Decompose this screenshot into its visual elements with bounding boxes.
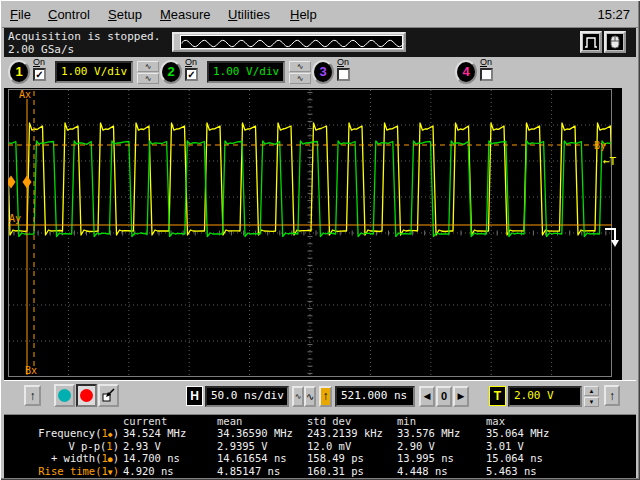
channel-3-button[interactable]: 3 xyxy=(312,60,334,84)
pluswidth-min: 13.995 ns xyxy=(397,452,486,464)
time-reference-arrow-icon xyxy=(605,229,615,240)
vpp-current: 2.93 V xyxy=(123,440,217,452)
channel-4-on-control: On xyxy=(480,57,502,81)
channel-1-button[interactable]: 1 xyxy=(8,60,30,84)
preview-sine-icon xyxy=(181,37,405,50)
measurement-label-risetime: Rise time(1▼) xyxy=(4,465,123,477)
waveform-traces xyxy=(8,123,624,237)
pan-up-left-button[interactable]: ↑ xyxy=(24,385,41,406)
cursor-by-label: By xyxy=(594,140,606,151)
col-header-current: current xyxy=(123,415,217,427)
trigger-level-up-button[interactable]: ▲ xyxy=(584,386,599,396)
risetime-stddev: 160.31 ps xyxy=(307,465,397,477)
vpp-stddev: 12.0 mV xyxy=(307,440,397,452)
channel-2-scale-spinner: ∿ ∿ xyxy=(289,61,311,84)
channel-1-on-control: On ✓ xyxy=(33,57,55,81)
frequency-min: 33.576 MHz xyxy=(397,427,486,439)
oscilloscope-app-window: File Control Setup Measure Utilities Hel… xyxy=(0,0,640,480)
stop-icon xyxy=(80,389,93,402)
frequency-mean: 34.36590 MHz xyxy=(217,427,307,439)
risetime-mean: 4.85147 ns xyxy=(217,465,307,477)
plot-svg[interactable]: Ax Ay Bx By ←T xyxy=(8,89,624,379)
trigger-level-spinner: ▲ ▼ xyxy=(584,386,599,407)
col-header-min: min xyxy=(397,415,486,427)
marker-b-handle[interactable] xyxy=(23,176,32,189)
channel-2-scale-field[interactable]: 1.00 V/div xyxy=(207,61,285,83)
risetime-min: 4.448 ns xyxy=(397,465,486,477)
frequency-max: 35.064 MHz xyxy=(486,427,636,439)
trigger-icon: T xyxy=(489,386,506,406)
menu-help[interactable]: Help xyxy=(290,7,317,22)
waveform-display-area: Ax Ay Bx By ←T xyxy=(4,88,622,380)
run-button[interactable] xyxy=(54,384,75,407)
channel-bar: 1 On ✓ 1.00 V/div ∿ ∿ 2 On ✓ 1.00 V/div … xyxy=(4,57,636,88)
channel-3-on-label: On xyxy=(337,57,359,67)
channel-2-scale-up-button[interactable]: ∿ xyxy=(289,61,311,72)
cursor-bx-label: Bx xyxy=(25,365,37,376)
pan-left-button[interactable]: ◀ xyxy=(419,386,435,407)
trigger-level-field[interactable]: 2.00 V xyxy=(508,386,582,407)
col-header-stddev: std dev xyxy=(307,415,397,427)
pointer-tool-button[interactable] xyxy=(98,384,119,407)
vpp-min: 2.90 V xyxy=(397,440,486,452)
status-bar: Acquisition is stopped. 2.00 GSa/s xyxy=(4,28,636,57)
clock: 15:27 xyxy=(597,7,630,22)
channel-3-on-control: On xyxy=(337,57,359,81)
acquisition-preview-bar[interactable] xyxy=(172,32,406,52)
channel-1-scale-down-button[interactable]: ∿ xyxy=(137,73,159,84)
channel-2-on-checkbox[interactable]: ✓ xyxy=(185,68,198,81)
sample-rate: 2.00 GSa/s xyxy=(8,43,74,56)
channel-2-button[interactable]: 2 xyxy=(160,60,182,84)
risetime-max: 5.463 ns xyxy=(486,465,636,477)
trigger-level-down-button[interactable]: ▼ xyxy=(584,397,599,407)
pan-right-button[interactable]: ▶ xyxy=(453,386,469,407)
vpp-max: 3.01 V xyxy=(486,440,636,452)
channel-4-on-label: On xyxy=(480,57,502,67)
pulse-mode-button[interactable] xyxy=(580,31,602,53)
channel-1-on-checkbox[interactable]: ✓ xyxy=(33,68,46,81)
channel-1-scale-field[interactable]: 1.00 V/div xyxy=(55,61,133,83)
pan-up-right-button[interactable]: ↑ xyxy=(604,385,620,406)
timebase-scale-field[interactable]: 50.0 ns/div xyxy=(205,386,289,407)
menu-bar: File Control Setup Measure Utilities Hel… xyxy=(2,2,638,28)
pluswidth-stddev: 158.49 ps xyxy=(307,452,397,464)
acquisition-status: Acquisition is stopped. xyxy=(8,30,160,43)
timebase-position-field[interactable]: 521.000 ns xyxy=(335,386,415,407)
timebase-scale-down-button[interactable]: ∿ xyxy=(304,386,316,407)
menu-file[interactable]: File xyxy=(10,7,31,22)
menu-utilities[interactable]: Utilities xyxy=(228,7,270,22)
trigger-position-indicator[interactable]: ↑ xyxy=(319,386,332,407)
menu-measure[interactable]: Measure xyxy=(160,7,211,22)
col-header-max: max xyxy=(486,415,636,427)
risetime-current: 4.920 ns xyxy=(123,465,217,477)
run-icon xyxy=(58,389,71,402)
channel-1-on-label: On xyxy=(33,57,55,67)
measurements-panel: current mean std dev min max Frequency(1… xyxy=(4,414,636,478)
center-zero-button[interactable]: 0 xyxy=(436,386,452,407)
channel-2-scale-down-button[interactable]: ∿ xyxy=(289,73,311,84)
square-pulse-icon xyxy=(583,34,599,50)
cursor-ax-label: Ax xyxy=(19,89,31,100)
channel-3-on-checkbox[interactable] xyxy=(337,68,350,81)
channel-4-button[interactable]: 4 xyxy=(455,60,477,84)
stop-button[interactable] xyxy=(76,384,97,407)
trigger-level-marker[interactable]: ←T xyxy=(603,155,617,168)
menu-setup[interactable]: Setup xyxy=(108,7,142,22)
pluswidth-current: 14.700 ns xyxy=(123,452,217,464)
col-header-mean: mean xyxy=(217,415,307,427)
pluswidth-mean: 14.61654 ns xyxy=(217,452,307,464)
channel-1-scale-spinner: ∿ ∿ xyxy=(137,61,159,84)
channel-1-trace xyxy=(8,123,624,235)
frequency-stddev: 243.2139 kHz xyxy=(307,427,397,439)
mouse-settings-button[interactable] xyxy=(604,31,626,53)
measurement-label-vpp: V p-p(1) xyxy=(4,440,123,452)
timebase-scale-up-button[interactable]: ∿ xyxy=(292,386,304,407)
pointer-tool-icon xyxy=(101,387,116,402)
horizontal-trigger-bar: ↑ H 50.0 ns/div ∿ ∿ ↑ 521.000 ns ◀ 0 ▶ T… xyxy=(4,380,636,414)
menu-control[interactable]: Control xyxy=(48,7,90,22)
channel-1-scale-up-button[interactable]: ∿ xyxy=(137,61,159,72)
channel-4-on-checkbox[interactable] xyxy=(480,68,493,81)
measurement-label-pluswidth: + width(1●) xyxy=(4,452,123,464)
channel-2-on-label: On xyxy=(185,57,207,67)
vpp-mean: 2.9395 V xyxy=(217,440,307,452)
